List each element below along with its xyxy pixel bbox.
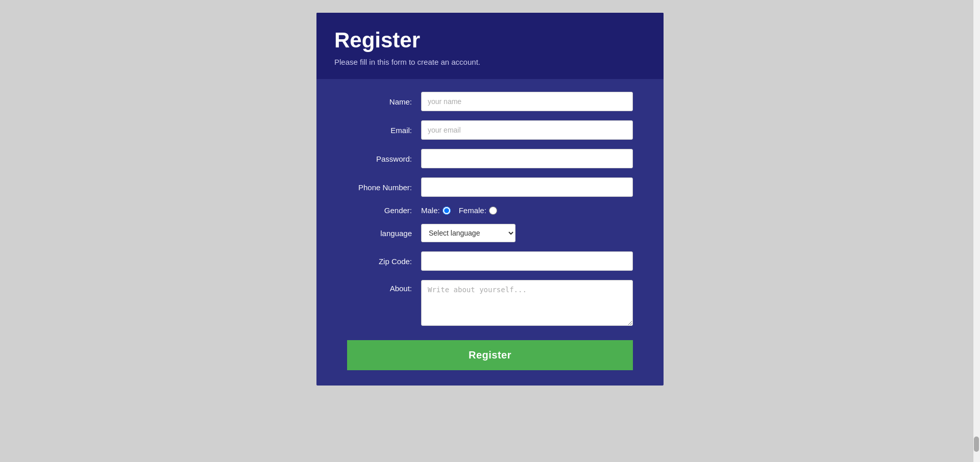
form-body: Name: Email: Password: Phone Number: Gen…: [316, 79, 664, 386]
phone-label: Phone Number:: [347, 183, 421, 192]
about-textarea[interactable]: [421, 280, 633, 326]
email-label: Email:: [347, 126, 421, 135]
password-label: Password:: [347, 155, 421, 163]
gender-group: Male: Female:: [421, 206, 497, 215]
scrollbar-track[interactable]: [973, 0, 980, 462]
form-subtitle: Please fill in this form to create an ac…: [334, 58, 646, 66]
about-label: About:: [347, 280, 421, 293]
gender-female-radio[interactable]: [489, 207, 497, 215]
register-button[interactable]: Register: [347, 340, 633, 370]
gender-male-option[interactable]: Male:: [421, 206, 451, 215]
zip-label: Zip Code:: [347, 257, 421, 266]
email-input[interactable]: [421, 120, 633, 140]
phone-input[interactable]: [421, 177, 633, 197]
gender-male-radio[interactable]: [443, 207, 451, 215]
gender-row: Gender: Male: Female:: [347, 206, 633, 215]
password-input[interactable]: [421, 149, 633, 168]
language-select[interactable]: Select language English Spanish French G…: [421, 224, 516, 242]
scrollbar-thumb[interactable]: [974, 437, 979, 452]
zip-row: Zip Code:: [347, 251, 633, 271]
phone-row: Phone Number:: [347, 177, 633, 197]
zip-input[interactable]: [421, 251, 633, 271]
name-row: Name:: [347, 92, 633, 111]
about-row: About:: [347, 280, 633, 326]
gender-label: Gender:: [347, 206, 421, 215]
language-row: language Select language English Spanish…: [347, 224, 633, 242]
name-input[interactable]: [421, 92, 633, 111]
form-header: Register Please fill in this form to cre…: [316, 13, 664, 79]
name-label: Name:: [347, 97, 421, 106]
page-title: Register: [334, 28, 646, 53]
language-label: language: [347, 229, 421, 238]
register-form-container: Register Please fill in this form to cre…: [316, 13, 664, 386]
gender-female-label: Female:: [459, 206, 486, 215]
page-wrapper: Register Please fill in this form to cre…: [0, 0, 980, 462]
password-row: Password:: [347, 149, 633, 168]
gender-female-option[interactable]: Female:: [459, 206, 497, 215]
gender-male-label: Male:: [421, 206, 440, 215]
email-row: Email:: [347, 120, 633, 140]
